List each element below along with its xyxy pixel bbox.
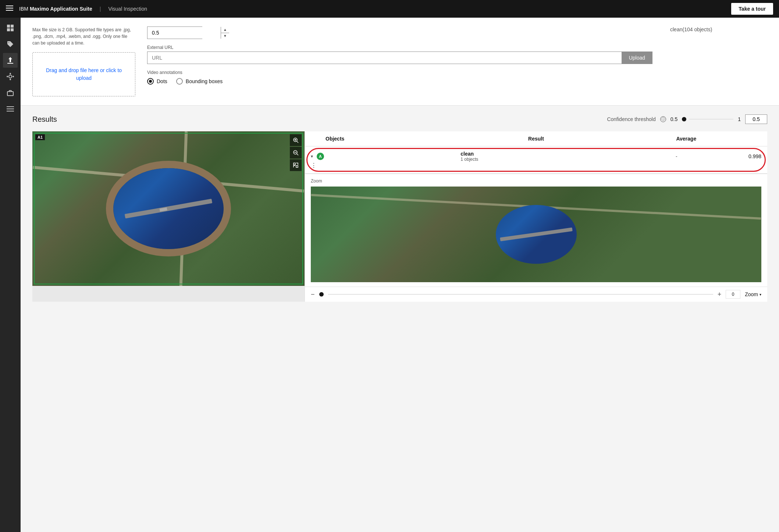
image-toolbar	[290, 134, 302, 171]
zoom-dropdown-label: Zoom	[745, 291, 758, 297]
radio-dots-circle	[147, 78, 154, 85]
brand-maximo: Maximo Application Suite	[30, 6, 92, 12]
zoom-in-button[interactable]	[290, 134, 302, 146]
main-content: Max file size is 2 GB. Supported file ty…	[21, 18, 779, 532]
svg-rect-12	[7, 92, 13, 96]
confidence-input-group: 0.5 ▲ ▼	[147, 26, 202, 39]
url-upload-button[interactable]: Upload	[622, 52, 652, 64]
results-body: A1	[32, 131, 767, 302]
row-tag: A	[317, 153, 324, 160]
confidence-increment[interactable]: ▲	[221, 27, 229, 33]
radio-bounding-label: Bounding boxes	[186, 78, 223, 84]
row-count: 1 objects	[460, 157, 604, 162]
zoom-slider-thumb	[319, 292, 324, 297]
confidence-decrement[interactable]: ▼	[221, 33, 229, 39]
zoom-panel: Zoom	[305, 174, 767, 287]
svg-point-8	[10, 73, 11, 74]
sidebar-item-grid[interactable]	[3, 21, 18, 35]
svg-point-7	[9, 75, 12, 78]
brand-ibm: IBM	[19, 6, 28, 12]
threshold-slider-container	[682, 117, 733, 121]
data-panel: Objects Result Average ▾ A clean 1 objec…	[305, 131, 767, 302]
image-label-badge: A1	[35, 134, 45, 140]
threshold-slider-track	[689, 119, 733, 120]
url-input[interactable]	[147, 52, 622, 64]
svg-rect-15	[7, 111, 14, 111]
upload-info-text: Max file size is 2 GB. Supported file ty…	[32, 26, 135, 46]
results-header: Results Confidence threshold ⓘ 0.5 1	[32, 114, 767, 124]
image-area: A1	[32, 131, 305, 286]
upload-dropzone[interactable]: Drag and drop file here or click to uplo…	[32, 52, 135, 96]
sidebar-item-upload[interactable]	[3, 53, 18, 68]
app-name: Visual Inspection	[108, 6, 147, 12]
confidence-threshold-row: Confidence threshold ⓘ 0.5 1	[607, 114, 767, 124]
image-panel: A1	[32, 131, 305, 302]
threshold-input[interactable]	[745, 114, 767, 124]
sidebar-item-model[interactable]	[3, 69, 18, 84]
svg-line-17	[297, 141, 298, 143]
zoom-tank-inner	[496, 205, 577, 264]
take-tour-button[interactable]: Take a tour	[731, 3, 773, 15]
zoom-out-button[interactable]	[290, 147, 302, 159]
video-annotations-radio-group: Dots Bounding boxes	[147, 78, 652, 85]
row-name-group: clean 1 objects	[460, 151, 604, 162]
threshold-value-label: 0.5	[670, 116, 677, 122]
sidebar-item-tag[interactable]	[3, 37, 18, 52]
svg-rect-13	[7, 106, 14, 107]
zoom-bridge	[500, 227, 572, 241]
table-row: ▾ A clean 1 objects - 0.998 ⋮	[305, 146, 767, 174]
col-result-header: Result	[461, 136, 611, 142]
detection-bounding-box	[34, 133, 303, 284]
svg-rect-4	[11, 25, 14, 28]
radio-bounding-circle	[176, 78, 183, 85]
radio-bounding-boxes[interactable]: Bounding boxes	[176, 78, 223, 85]
slider-thumb	[682, 117, 686, 121]
zoom-value-input[interactable]: 0	[726, 290, 740, 299]
confidence-row: 0.5 ▲ ▼	[147, 26, 652, 39]
svg-line-21	[297, 154, 298, 155]
row-name: clean	[460, 151, 604, 157]
menu-icon[interactable]	[6, 4, 13, 14]
zoom-plus-button[interactable]: +	[718, 291, 722, 298]
zoom-slider-track	[328, 294, 713, 295]
sidebar-item-list[interactable]	[3, 102, 18, 116]
svg-point-9	[10, 79, 11, 80]
confidence-info-icon[interactable]: ⓘ	[660, 116, 666, 122]
threshold-max-label: 1	[738, 116, 741, 122]
results-section: Results Confidence threshold ⓘ 0.5 1	[21, 106, 779, 532]
svg-rect-6	[11, 28, 14, 31]
svg-rect-23	[294, 163, 295, 165]
row-menu-button[interactable]: ⋮	[311, 162, 317, 169]
zoom-controls: − + 0 Zoom ▾	[305, 287, 767, 302]
svg-rect-1	[6, 8, 13, 8]
confidence-input[interactable]: 0.5	[147, 27, 221, 39]
external-url-row: Upload	[147, 52, 652, 64]
svg-rect-0	[6, 6, 13, 6]
sidebar-item-briefcase[interactable]	[3, 85, 18, 100]
radio-dots-label: Dots	[157, 78, 167, 84]
fit-screen-button[interactable]	[290, 159, 302, 171]
zoom-dropdown[interactable]: Zoom ▾	[745, 291, 761, 297]
row-chevron[interactable]: ▾	[311, 154, 314, 159]
svg-point-11	[13, 76, 14, 77]
svg-rect-24	[296, 166, 298, 167]
sidebar	[0, 18, 21, 532]
zoom-minus-button[interactable]: −	[311, 291, 315, 298]
results-preview-panel: clean(104 objects)	[664, 26, 767, 32]
svg-rect-5	[7, 28, 10, 31]
external-url-label: External URL	[147, 45, 652, 50]
radio-dots[interactable]: Dots	[147, 78, 167, 85]
zoom-image-area	[311, 187, 761, 282]
video-annotations-label: Video annotations	[147, 70, 652, 75]
zoom-label: Zoom	[311, 178, 761, 184]
svg-rect-3	[7, 25, 10, 28]
upload-section: Max file size is 2 GB. Supported file ty…	[21, 18, 779, 106]
topnav: IBM Maximo Application Suite | Visual In…	[0, 0, 779, 18]
brand: IBM Maximo Application Suite	[19, 6, 92, 12]
preview-objects-text: clean(104 objects)	[670, 26, 761, 32]
svg-rect-14	[7, 109, 14, 109]
upload-right-panel: 0.5 ▲ ▼ External URL Upload Video annota…	[147, 26, 652, 85]
upload-dropzone-text: Drag and drop file here or click to uplo…	[42, 67, 126, 82]
confidence-threshold-label: Confidence threshold	[607, 116, 655, 122]
nav-divider: |	[100, 6, 101, 12]
